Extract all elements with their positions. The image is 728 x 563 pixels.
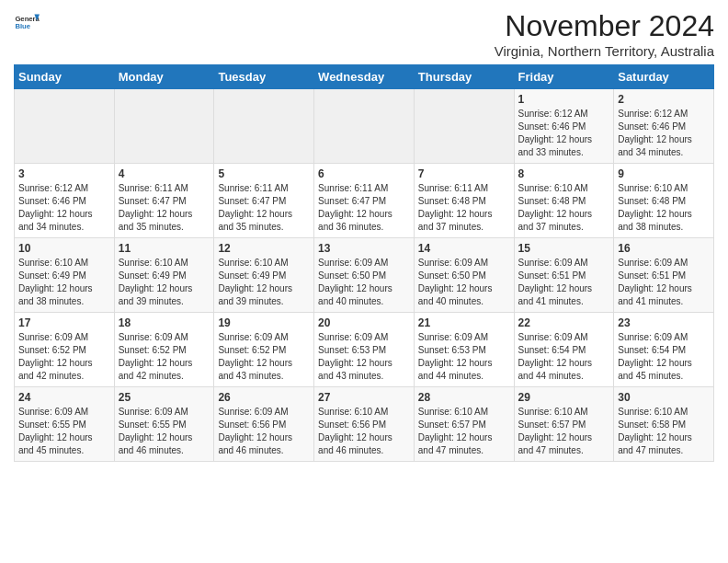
day-info: Sunrise: 6:10 AM Sunset: 6:48 PM Dayligh… [518,182,610,234]
subtitle: Virginia, Northern Territory, Australia [495,43,714,59]
day-info: Sunrise: 6:09 AM Sunset: 6:50 PM Dayligh… [318,257,410,308]
day-cell: 26Sunrise: 6:09 AM Sunset: 6:56 PM Dayli… [214,387,314,462]
day-cell: 7Sunrise: 6:11 AM Sunset: 6:48 PM Daylig… [414,164,514,238]
day-info: Sunrise: 6:11 AM Sunset: 6:48 PM Dayligh… [418,182,510,234]
day-info: Sunrise: 6:11 AM Sunset: 6:47 PM Dayligh… [119,182,210,234]
col-header-monday: Monday [114,65,214,89]
day-info: Sunrise: 6:11 AM Sunset: 6:47 PM Dayligh… [318,182,410,234]
day-cell: 27Sunrise: 6:10 AM Sunset: 6:56 PM Dayli… [314,387,415,462]
day-cell [114,89,214,164]
day-number: 25 [119,391,210,404]
week-row-5: 24Sunrise: 6:09 AM Sunset: 6:55 PM Dayli… [15,387,714,462]
day-number: 6 [318,167,410,180]
day-number: 15 [518,242,610,255]
day-cell [414,89,514,164]
logo-icon: General Blue [14,9,40,35]
day-number: 17 [18,316,110,329]
day-info: Sunrise: 6:10 AM Sunset: 6:49 PM Dayligh… [119,257,210,308]
day-cell: 17Sunrise: 6:09 AM Sunset: 6:52 PM Dayli… [15,313,115,387]
day-info: Sunrise: 6:11 AM Sunset: 6:47 PM Dayligh… [218,182,310,234]
day-number: 22 [518,316,610,329]
main-title: November 2024 [495,9,714,43]
day-number: 28 [418,391,510,404]
day-cell: 4Sunrise: 6:11 AM Sunset: 6:47 PM Daylig… [114,164,214,238]
week-row-4: 17Sunrise: 6:09 AM Sunset: 6:52 PM Dayli… [15,313,714,387]
day-cell: 29Sunrise: 6:10 AM Sunset: 6:57 PM Dayli… [514,387,614,462]
day-cell: 30Sunrise: 6:10 AM Sunset: 6:58 PM Dayli… [614,387,714,462]
day-cell [314,89,415,164]
day-info: Sunrise: 6:09 AM Sunset: 6:52 PM Dayligh… [218,331,310,383]
day-number: 12 [218,242,310,255]
week-row-3: 10Sunrise: 6:10 AM Sunset: 6:49 PM Dayli… [15,238,714,313]
day-info: Sunrise: 6:10 AM Sunset: 6:48 PM Dayligh… [618,182,710,234]
day-cell: 1Sunrise: 6:12 AM Sunset: 6:46 PM Daylig… [514,89,614,164]
day-number: 14 [418,242,510,255]
day-info: Sunrise: 6:10 AM Sunset: 6:58 PM Dayligh… [618,406,710,457]
day-cell: 2Sunrise: 6:12 AM Sunset: 6:46 PM Daylig… [614,89,714,164]
day-info: Sunrise: 6:10 AM Sunset: 6:57 PM Dayligh… [418,406,510,457]
day-cell: 12Sunrise: 6:10 AM Sunset: 6:49 PM Dayli… [214,238,314,313]
day-cell: 25Sunrise: 6:09 AM Sunset: 6:55 PM Dayli… [114,387,214,462]
day-cell [214,89,314,164]
col-header-tuesday: Tuesday [214,65,314,89]
day-info: Sunrise: 6:09 AM Sunset: 6:53 PM Dayligh… [318,331,410,383]
day-cell: 18Sunrise: 6:09 AM Sunset: 6:52 PM Dayli… [114,313,214,387]
day-cell: 14Sunrise: 6:09 AM Sunset: 6:50 PM Dayli… [414,238,514,313]
day-number: 11 [119,242,210,255]
day-info: Sunrise: 6:09 AM Sunset: 6:56 PM Dayligh… [218,406,310,457]
day-number: 13 [318,242,410,255]
day-number: 3 [18,167,110,180]
day-number: 18 [119,316,210,329]
day-number: 5 [218,167,310,180]
day-cell: 20Sunrise: 6:09 AM Sunset: 6:53 PM Dayli… [314,313,415,387]
week-row-2: 3Sunrise: 6:12 AM Sunset: 6:46 PM Daylig… [15,164,714,238]
day-cell: 23Sunrise: 6:09 AM Sunset: 6:54 PM Dayli… [614,313,714,387]
day-cell: 10Sunrise: 6:10 AM Sunset: 6:49 PM Dayli… [15,238,115,313]
day-number: 30 [618,391,710,404]
day-number: 29 [518,391,610,404]
day-cell: 16Sunrise: 6:09 AM Sunset: 6:51 PM Dayli… [614,238,714,313]
day-cell: 22Sunrise: 6:09 AM Sunset: 6:54 PM Dayli… [514,313,614,387]
day-number: 20 [318,316,410,329]
day-cell: 5Sunrise: 6:11 AM Sunset: 6:47 PM Daylig… [214,164,314,238]
day-number: 26 [218,391,310,404]
day-number: 16 [618,242,710,255]
day-cell: 28Sunrise: 6:10 AM Sunset: 6:57 PM Dayli… [414,387,514,462]
day-info: Sunrise: 6:09 AM Sunset: 6:52 PM Dayligh… [119,331,210,383]
day-number: 27 [318,391,410,404]
day-cell: 3Sunrise: 6:12 AM Sunset: 6:46 PM Daylig… [15,164,115,238]
day-info: Sunrise: 6:09 AM Sunset: 6:54 PM Dayligh… [618,331,710,383]
day-cell: 24Sunrise: 6:09 AM Sunset: 6:55 PM Dayli… [15,387,115,462]
day-info: Sunrise: 6:10 AM Sunset: 6:56 PM Dayligh… [318,406,410,457]
day-number: 24 [18,391,110,404]
day-cell: 13Sunrise: 6:09 AM Sunset: 6:50 PM Dayli… [314,238,415,313]
day-number: 23 [618,316,710,329]
day-cell: 6Sunrise: 6:11 AM Sunset: 6:47 PM Daylig… [314,164,415,238]
day-cell: 19Sunrise: 6:09 AM Sunset: 6:52 PM Dayli… [214,313,314,387]
day-cell: 9Sunrise: 6:10 AM Sunset: 6:48 PM Daylig… [614,164,714,238]
day-number: 21 [418,316,510,329]
day-cell: 11Sunrise: 6:10 AM Sunset: 6:49 PM Dayli… [114,238,214,313]
col-header-thursday: Thursday [414,65,514,89]
day-info: Sunrise: 6:10 AM Sunset: 6:49 PM Dayligh… [18,257,110,308]
day-number: 8 [518,167,610,180]
day-number: 9 [618,167,710,180]
day-number: 2 [618,93,710,106]
day-number: 1 [518,93,610,106]
day-number: 7 [418,167,510,180]
day-info: Sunrise: 6:09 AM Sunset: 6:55 PM Dayligh… [18,406,110,457]
day-cell: 21Sunrise: 6:09 AM Sunset: 6:53 PM Dayli… [414,313,514,387]
week-row-1: 1Sunrise: 6:12 AM Sunset: 6:46 PM Daylig… [15,89,714,164]
day-cell: 8Sunrise: 6:10 AM Sunset: 6:48 PM Daylig… [514,164,614,238]
title-area: November 2024 Virginia, Northern Territo… [495,9,714,59]
day-info: Sunrise: 6:09 AM Sunset: 6:50 PM Dayligh… [418,257,510,308]
header-row: SundayMondayTuesdayWednesdayThursdayFrid… [15,65,714,89]
day-number: 10 [18,242,110,255]
svg-text:Blue: Blue [15,22,30,30]
col-header-wednesday: Wednesday [314,65,415,89]
col-header-saturday: Saturday [614,65,714,89]
day-info: Sunrise: 6:10 AM Sunset: 6:49 PM Dayligh… [218,257,310,308]
calendar-table: SundayMondayTuesdayWednesdayThursdayFrid… [14,64,714,462]
col-header-sunday: Sunday [15,65,115,89]
col-header-friday: Friday [514,65,614,89]
